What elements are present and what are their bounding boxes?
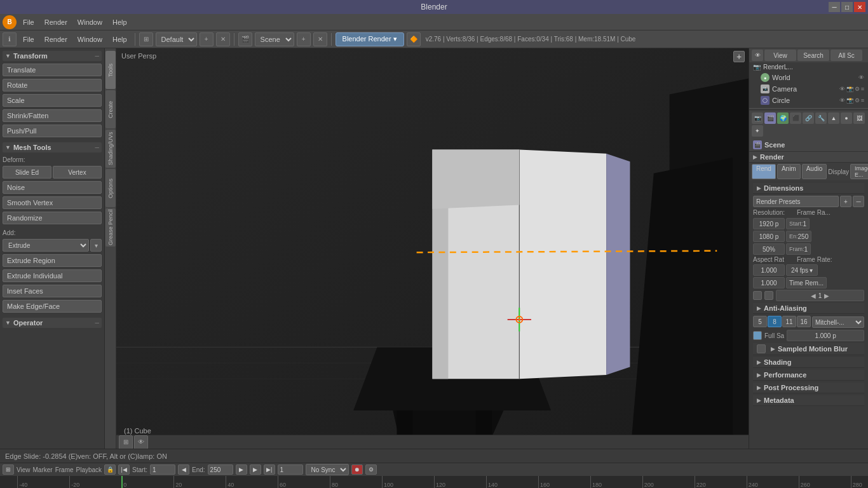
scene-icon[interactable]: 🎬 xyxy=(238,32,252,46)
props-material-icon[interactable]: ● xyxy=(841,112,852,124)
fps-field[interactable]: 24 fps ▾ xyxy=(786,264,818,276)
circle-render-btn[interactable]: 📸 xyxy=(846,97,853,104)
audio-tab[interactable]: Audio xyxy=(802,164,827,179)
outliner-item-renderl[interactable]: 📷 RenderL... xyxy=(749,62,868,72)
info-header-icon[interactable]: ℹ xyxy=(3,32,17,46)
anim-tab[interactable]: Anim xyxy=(777,164,801,179)
scene-add[interactable]: + xyxy=(297,32,311,46)
extrude-individual-btn[interactable]: Extrude Individual xyxy=(3,269,102,282)
viewport-mode-icon[interactable]: ⊞ xyxy=(119,435,133,449)
sync-dropdown[interactable]: No Sync xyxy=(306,464,349,475)
aspect-x-field[interactable]: 1.000 xyxy=(753,264,785,276)
aa-11[interactable]: 11 xyxy=(782,316,796,327)
props-scene-icon[interactable]: 🎬 xyxy=(764,112,776,124)
mesh-tools-pin[interactable]: ─ xyxy=(95,144,99,151)
scene-dropdown[interactable]: Scene xyxy=(255,32,294,46)
layout-remove[interactable]: ✕ xyxy=(216,32,230,46)
start-val-field[interactable]: Start: 1 xyxy=(786,218,810,229)
sampled-motion-cb[interactable] xyxy=(757,344,766,353)
timeline-extra-btn[interactable]: ⚙ xyxy=(365,464,377,475)
aa-filter-dropdown[interactable]: Mitchell-... xyxy=(812,316,864,328)
timeline-jump-start-btn[interactable]: |◀ xyxy=(118,464,130,475)
close-button[interactable]: ✕ xyxy=(854,2,865,12)
current-frame-field[interactable]: 1 xyxy=(278,464,303,475)
image-editor-btn[interactable]: Image E... xyxy=(850,164,868,179)
props-constraints-icon[interactable]: 🔗 xyxy=(803,112,814,124)
time-val-field[interactable]: ◀ 1 ▶ xyxy=(776,290,864,301)
props-obj-icon[interactable]: ⬛ xyxy=(790,112,801,124)
menu-help[interactable]: Help xyxy=(109,17,131,27)
time-rem-field[interactable]: Time Rem... xyxy=(786,277,827,288)
noise-btn[interactable]: Noise xyxy=(3,181,102,194)
timeline-record-btn[interactable]: ⏺ xyxy=(351,464,363,475)
timeline-jump-end-btn[interactable]: ▶| xyxy=(264,464,275,475)
render-engine-btn[interactable]: Blender Render ▾ xyxy=(336,32,404,46)
toolbar-render[interactable]: Render xyxy=(41,34,71,44)
transform-pin[interactable]: ─ xyxy=(95,53,99,59)
frame-val-field[interactable]: Fram: 1 xyxy=(786,243,811,255)
rp-search-icon[interactable]: Search xyxy=(797,50,829,61)
transform-section-header[interactable]: ▼ Transform ─ xyxy=(3,51,102,61)
viewport-view-icon[interactable]: 👁 xyxy=(134,435,148,449)
vtab-options[interactable]: Options xyxy=(105,169,116,207)
props-data-icon[interactable]: ▲ xyxy=(828,112,839,124)
world-eye-btn[interactable]: 👁 xyxy=(858,74,864,81)
scene-remove[interactable]: ✕ xyxy=(313,32,327,46)
dimensions-toggle[interactable]: ▶ Dimensions xyxy=(753,183,864,194)
render-presets-btn[interactable]: Render Presets xyxy=(753,196,839,207)
outliner-item-world[interactable]: ● World 👁 xyxy=(749,72,868,83)
smooth-vertex-btn[interactable]: Smooth Vertex xyxy=(3,196,102,209)
outliner-item-circle[interactable]: ◯ Circle 👁 📸 ⚙ ≡ xyxy=(749,95,868,106)
vtab-create[interactable]: Create xyxy=(105,90,116,128)
rp-search-btn[interactable]: View xyxy=(764,50,796,61)
translate-btn[interactable]: Translate xyxy=(3,64,102,76)
layout-icon[interactable]: ⊞ xyxy=(139,32,153,46)
extrude-region-btn[interactable]: Extrude Region xyxy=(3,254,102,267)
post-processing-toggle[interactable]: ▶ Post Processing xyxy=(753,383,864,393)
vtab-tools[interactable]: Tools xyxy=(105,51,116,89)
end-frame-field[interactable]: 250 xyxy=(208,464,233,475)
aa-8[interactable]: 8 xyxy=(768,316,782,327)
cb-border[interactable] xyxy=(753,291,762,300)
camera-more-btn[interactable]: ≡ xyxy=(861,86,864,92)
vtab-grease-pencil[interactable]: Grease Pencil xyxy=(105,208,116,247)
props-render-icon[interactable]: 📷 xyxy=(752,112,763,124)
start-frame-field[interactable]: 1 xyxy=(150,464,175,475)
timeline-next-frame[interactable]: ▶ xyxy=(250,464,261,475)
scale-btn[interactable]: Scale xyxy=(3,94,102,107)
render-icon[interactable]: 🔶 xyxy=(407,32,421,46)
timeline-play-btn[interactable]: ▶ xyxy=(236,464,247,475)
shrink-flatten-btn[interactable]: Shrink/Fatten xyxy=(3,109,102,122)
performance-toggle[interactable]: ▶ Performance xyxy=(753,370,864,381)
camera-eye-btn[interactable]: 👁 xyxy=(839,86,845,92)
full-sample-val[interactable]: 1.000 p xyxy=(787,330,864,341)
res-pct-field[interactable]: 50% xyxy=(753,243,785,255)
props-modifiers-icon[interactable]: 🔧 xyxy=(815,112,827,124)
timeline-prev-frame[interactable]: ◀ xyxy=(178,464,189,475)
make-edge-face-btn[interactable]: Make Edge/Face xyxy=(3,300,102,313)
menu-window[interactable]: Window xyxy=(74,17,106,27)
full-sample-cb[interactable] xyxy=(753,331,762,340)
minimize-button[interactable]: ─ xyxy=(829,2,840,12)
rotate-btn[interactable]: Rotate xyxy=(3,79,102,92)
rp-allsc-btn[interactable]: All Sc xyxy=(831,50,862,61)
layout-add[interactable]: + xyxy=(200,32,214,46)
extrude-dropdown-arrow[interactable]: ▾ xyxy=(90,239,102,252)
extrude-dropdown[interactable]: Extrude xyxy=(3,239,89,252)
vertex-btn[interactable]: Vertex xyxy=(53,166,102,179)
toolbar-file[interactable]: File xyxy=(19,34,38,44)
toolbar-help[interactable]: Help xyxy=(109,34,131,44)
vtab-shading[interactable]: Shading/UVs xyxy=(105,130,116,168)
circle-extra-btn[interactable]: ⚙ xyxy=(855,97,860,104)
viewport-add-btn[interactable]: + xyxy=(733,51,745,62)
cb-time[interactable] xyxy=(764,291,773,300)
aspect-y-field[interactable]: 1.000 xyxy=(753,277,785,288)
aa-16[interactable]: 16 xyxy=(797,316,811,327)
rp-view-icon[interactable]: 👁 xyxy=(752,50,763,61)
outliner-item-camera[interactable]: 📷 Camera 👁 📸 ⚙ ≡ xyxy=(749,83,868,95)
operator-section-header[interactable]: ▼ Operator ─ xyxy=(3,318,102,328)
aa-toggle[interactable]: ▶ Anti-Aliasing xyxy=(753,303,864,314)
camera-render-btn[interactable]: 📸 xyxy=(846,86,853,92)
res-y-field[interactable]: 1080 p xyxy=(753,231,785,242)
inset-faces-btn[interactable]: Inset Faces xyxy=(3,285,102,297)
